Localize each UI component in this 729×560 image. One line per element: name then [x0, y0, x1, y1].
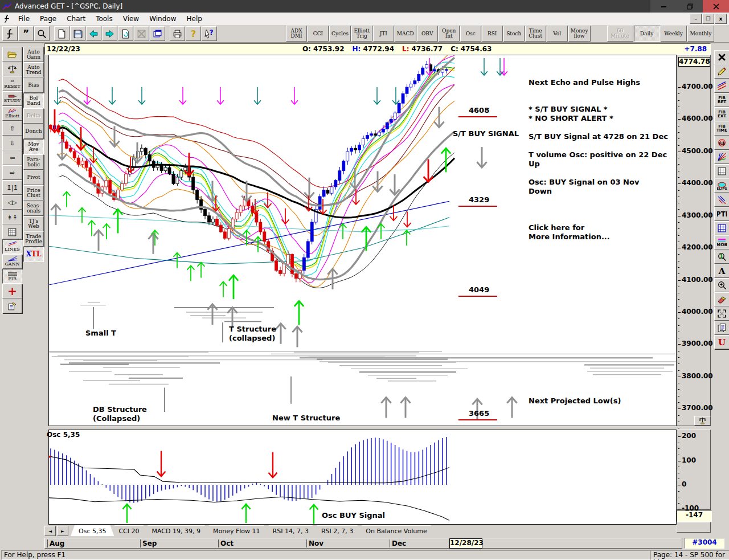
- study-toggle-bias[interactable]: Bias: [23, 77, 44, 93]
- ellipse-tool-icon[interactable]: ELIPS: [714, 178, 729, 193]
- mdi-minimize-button[interactable]: –: [690, 14, 702, 24]
- study-toggle-xtl[interactable]: XTL: [23, 247, 44, 262]
- oscillator-panel[interactable]: [48, 430, 677, 525]
- study-button-time-clust[interactable]: Time Clust: [525, 26, 546, 42]
- study-toggle-para-bolic[interactable]: Para-bolic: [23, 154, 44, 170]
- new-page-icon[interactable]: [54, 26, 69, 41]
- close-chart-icon[interactable]: [714, 50, 729, 64]
- tab-rsi-2-7-3[interactable]: RSI 2, 7, 3: [313, 525, 361, 536]
- cascade-icon[interactable]: [150, 26, 165, 41]
- get-logo-icon[interactable]: [2, 26, 18, 41]
- text-tool-button[interactable]: A: [714, 264, 729, 278]
- menu-tools[interactable]: Tools: [91, 13, 118, 24]
- pencil-icon[interactable]: [714, 64, 729, 79]
- open-folder-icon[interactable]: [2, 47, 22, 62]
- study-toggle-tj-s-web[interactable]: TJ'sWeb: [23, 216, 44, 231]
- tile-icon[interactable]: [134, 26, 149, 41]
- expand-bars-icon[interactable]: ◁▷: [2, 195, 22, 210]
- lines-button[interactable]: LINES: [2, 239, 22, 254]
- fan-lines-icon[interactable]: [714, 150, 729, 164]
- price-axis[interactable]: 4774.78 4700.004600.004500.004400.004300…: [677, 55, 711, 426]
- timeframe-60-minute[interactable]: 60 Minute: [607, 26, 633, 42]
- arrow-left-icon[interactable]: ⇦: [2, 150, 22, 165]
- menu-view[interactable]: View: [118, 13, 144, 24]
- notes-icon[interactable]: [714, 321, 729, 335]
- date-cursor-box[interactable]: 12/28/23: [449, 538, 482, 549]
- expand-view-icon[interactable]: [714, 306, 729, 321]
- forward-icon[interactable]: [102, 26, 117, 41]
- menu-chart[interactable]: Chart: [62, 13, 91, 24]
- tab-scroll-right[interactable]: ►: [57, 526, 68, 536]
- study-toggle-trade-profile[interactable]: TradeProfile: [23, 231, 44, 247]
- mob-button[interactable]: MOB: [714, 235, 729, 250]
- timeframe-monthly[interactable]: Monthly: [687, 26, 715, 42]
- study-button-vol[interactable]: Vol: [547, 26, 568, 42]
- timeframe-weekly[interactable]: Weekly: [661, 26, 687, 42]
- arrow-down-icon[interactable]: ⇩: [2, 136, 22, 150]
- tab-rsi-14-7-3[interactable]: RSI 14, 7, 3: [265, 525, 317, 536]
- study-toggle-auto-gann[interactable]: AutoGann: [23, 47, 44, 62]
- mdi-close-button[interactable]: x: [715, 14, 727, 24]
- tab-money-flow-11[interactable]: Money Flow 11: [205, 525, 268, 536]
- fib-button[interactable]: FIB: [2, 269, 22, 284]
- mdi-restore-button[interactable]: ❐: [702, 14, 714, 24]
- tab-cci-20[interactable]: CCI 20: [110, 525, 147, 536]
- tab-scroll-left[interactable]: ◄: [44, 526, 56, 536]
- tab-macd-19-39-9[interactable]: MACD 19, 39, 9: [144, 525, 208, 536]
- chart-annotation[interactable]: More Information...: [529, 232, 610, 241]
- study-button-osc[interactable]: Osc: [460, 26, 481, 42]
- scale-lock-button[interactable]: [694, 416, 711, 426]
- menu-help[interactable]: Help: [182, 13, 207, 24]
- print-icon[interactable]: [170, 26, 185, 41]
- menu-file[interactable]: File: [13, 13, 35, 24]
- arrow-right-icon[interactable]: ⇨: [2, 165, 22, 180]
- scales-icon[interactable]: [2, 62, 22, 76]
- gann-button[interactable]: GANN: [2, 254, 22, 269]
- tab-on-balance-volume[interactable]: On Balance Volume: [358, 525, 435, 536]
- study-button-cci[interactable]: CCI: [308, 26, 329, 42]
- timeframe-daily[interactable]: Daily: [634, 26, 660, 42]
- study-button-money-flow[interactable]: Money flow: [568, 26, 591, 42]
- wave-arrows-icon[interactable]: [714, 193, 729, 207]
- study-button-elliott-trig[interactable]: Elliott Trig: [351, 26, 372, 42]
- fib-time-button[interactable]: FIBTIME: [714, 121, 729, 136]
- study-button-rsi[interactable]: RSI: [482, 26, 503, 42]
- study-toggle-bol-band[interactable]: BolBand: [23, 93, 44, 108]
- pti-button[interactable]: PTI: [714, 207, 729, 221]
- chart-annotation[interactable]: Click here for: [529, 223, 584, 232]
- grid-tool-icon[interactable]: [714, 164, 729, 178]
- parallel-lines-icon[interactable]: [714, 79, 729, 93]
- study-button[interactable]: STUDY: [2, 91, 22, 106]
- eraser-icon[interactable]: [714, 292, 729, 306]
- compress-bars-icon[interactable]: 𝟙|𝟙: [2, 180, 22, 195]
- crosshair-icon[interactable]: [2, 284, 22, 299]
- context-help-icon[interactable]: ?: [202, 26, 217, 41]
- study-toggle-seas-onals[interactable]: Seas-onals: [23, 201, 44, 216]
- menu-page[interactable]: Page: [35, 13, 62, 24]
- study-toggle-auto-trend[interactable]: AutoTrend: [23, 62, 44, 77]
- study-button-obv[interactable]: OBV: [417, 26, 438, 42]
- back-icon[interactable]: [86, 26, 101, 41]
- close-button[interactable]: [703, 0, 729, 13]
- grid-icon[interactable]: [2, 224, 22, 239]
- menu-window[interactable]: Window: [144, 13, 181, 24]
- find-one-icon[interactable]: 1: [714, 250, 729, 264]
- study-button-stoch[interactable]: Stoch: [503, 26, 525, 42]
- restore-button[interactable]: [677, 0, 703, 13]
- study-button-macd[interactable]: MACD: [395, 26, 416, 42]
- tab-osc-5-35[interactable]: Osc 5,35: [71, 525, 114, 536]
- fib-retracement-button[interactable]: FIBRET: [714, 93, 729, 107]
- study-button-cycles[interactable]: Cycles: [329, 26, 351, 42]
- oscillator-axis[interactable]: 2001000-100: [677, 430, 711, 510]
- properties-icon[interactable]: [2, 299, 22, 313]
- study-toggle-pivot[interactable]: Pivot: [23, 170, 44, 185]
- date-axis[interactable]: AugSepOctNovDec 12/28/23: [44, 538, 682, 549]
- magnifier-icon[interactable]: [34, 26, 50, 41]
- split-view-icon[interactable]: ⇟⇞: [2, 210, 22, 224]
- study-toggle-donch[interactable]: Donch: [23, 124, 44, 139]
- help-icon[interactable]: ?: [186, 26, 201, 41]
- reset-button[interactable]: ⬄RESET: [2, 76, 22, 91]
- elliott-button[interactable]: Elliott: [2, 106, 22, 121]
- study-toggle-delta[interactable]: Delta: [23, 108, 44, 124]
- save-icon[interactable]: [70, 26, 85, 41]
